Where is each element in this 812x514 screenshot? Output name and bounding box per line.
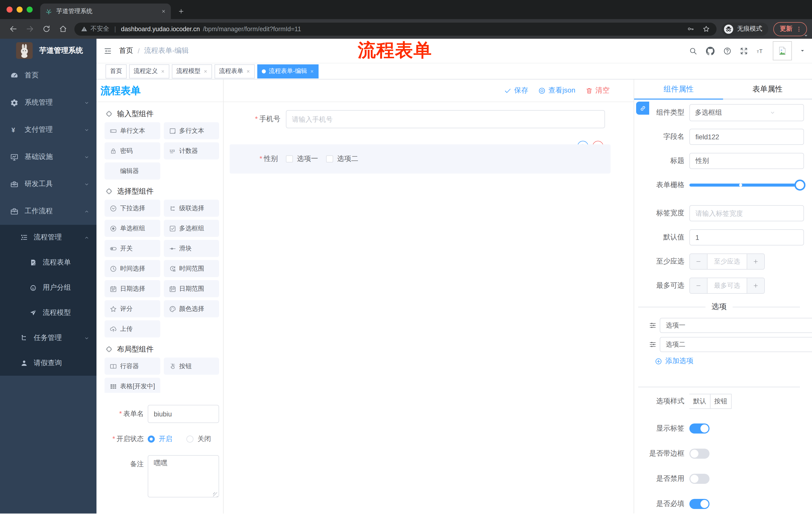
sidebar-menu-item[interactable]: 系统管理 — [0, 89, 96, 116]
form-remark-textarea[interactable] — [148, 455, 219, 497]
sidebar-menu-item[interactable]: 基础设施 — [0, 143, 96, 170]
font-size-icon[interactable]: TT — [756, 47, 765, 55]
sidebar-submenu-item[interactable]: 任务管理 — [0, 325, 96, 351]
gender-option[interactable]: 选项二 — [326, 154, 358, 163]
add-option-button[interactable]: 添加选项 — [655, 356, 804, 366]
password-key-icon[interactable] — [687, 25, 694, 33]
link-tab[interactable] — [636, 102, 649, 115]
sidebar-submenu-item[interactable]: 流程表单 — [0, 250, 96, 275]
canvas-action-button[interactable]: 查看json — [539, 86, 575, 95]
zoom-window-button[interactable] — [27, 6, 33, 12]
component-item[interactable]: 日期选择 — [105, 280, 160, 297]
field-name-input[interactable] — [689, 129, 804, 145]
minus-button[interactable] — [690, 278, 707, 293]
toggle-switch[interactable] — [689, 474, 709, 484]
gender-option[interactable]: 选项一 — [286, 154, 318, 163]
new-tab-button[interactable] — [178, 8, 184, 15]
component-item[interactable]: 时间范围 — [164, 260, 219, 277]
browser-tab[interactable]: 芋道管理系统 — [40, 3, 171, 19]
bookmark-star-icon[interactable] — [702, 25, 710, 33]
minimize-window-button[interactable] — [17, 6, 23, 12]
status-off-radio[interactable] — [186, 436, 194, 442]
sidebar-menu-item[interactable]: 首页 — [0, 62, 96, 89]
sidebar-submenu-item[interactable]: 流程管理 — [0, 225, 96, 250]
component-type-select[interactable]: 多选框组 — [689, 104, 804, 121]
sidebar-submenu-item[interactable]: 用户分组 — [0, 275, 96, 300]
toggle-switch[interactable] — [689, 424, 709, 434]
toggle-switch[interactable] — [689, 499, 709, 509]
status-off-label[interactable]: 关闭 — [198, 430, 211, 448]
checkbox-icon[interactable] — [326, 155, 333, 162]
option-label-input[interactable] — [660, 337, 812, 352]
option-style-button[interactable]: 按钮 — [710, 394, 732, 409]
plus-button[interactable] — [747, 278, 764, 293]
phone-field[interactable]: *手机号 — [224, 110, 605, 128]
component-item[interactable]: 多选框组 — [164, 220, 219, 237]
chrome-caret-down-icon[interactable] — [804, 33, 809, 38]
component-item[interactable]: 单选框组 — [105, 220, 160, 237]
phone-input[interactable] — [286, 110, 605, 128]
collapse-sidebar-icon[interactable] — [104, 47, 112, 55]
tag[interactable]: 流程表单 — [214, 64, 255, 78]
form-grid-slider[interactable] — [689, 184, 801, 187]
component-item[interactable]: 时间选择 — [105, 260, 160, 277]
sidebar-menu-item[interactable]: 研发工具 — [0, 170, 96, 198]
security-label[interactable]: 不安全 — [90, 25, 109, 33]
option-style-button[interactable]: 默认 — [689, 394, 710, 409]
tag-close-icon[interactable] — [310, 69, 314, 73]
form-name-input[interactable] — [148, 405, 219, 423]
component-item[interactable]: 开关 — [105, 240, 160, 257]
properties-tab[interactable]: 组件属性 — [634, 79, 723, 100]
option-label-input[interactable] — [660, 318, 812, 333]
component-item[interactable]: 编辑器 — [105, 162, 160, 180]
forward-icon[interactable] — [26, 25, 34, 33]
home-icon[interactable] — [59, 25, 67, 33]
tag[interactable]: 首页 — [106, 64, 127, 78]
drag-handle-icon[interactable] — [649, 341, 657, 349]
component-item[interactable]: 下拉选择 — [105, 200, 160, 217]
component-item[interactable]: 日期范围 — [164, 280, 219, 297]
status-on-label[interactable]: 开启 — [159, 430, 172, 448]
checkbox-icon[interactable] — [286, 155, 293, 162]
tag[interactable]: 流程表单-编辑 — [257, 64, 319, 78]
minus-button[interactable] — [690, 254, 707, 269]
browser-update-button[interactable]: 更新 — [773, 22, 807, 36]
max-select-placeholder[interactable]: 最多可选 — [707, 278, 747, 293]
component-item[interactable]: 表格[开发中] — [105, 378, 160, 393]
properties-tab[interactable]: 表单属性 — [723, 79, 812, 100]
component-item[interactable]: 密码 — [105, 142, 160, 159]
tag-close-icon[interactable] — [161, 69, 165, 73]
canvas-action-button[interactable]: 清空 — [585, 86, 609, 95]
component-item[interactable]: 级联选择 — [164, 200, 219, 217]
drag-handle-icon[interactable] — [649, 321, 657, 329]
min-select-placeholder[interactable]: 至少应选 — [707, 254, 747, 269]
component-item[interactable]: 123 计数器 — [164, 142, 219, 159]
sidebar-menu-item[interactable]: 工作流程 — [0, 198, 96, 225]
sidebar-submenu-item[interactable]: 请假查询 — [0, 351, 96, 376]
tag-close-icon[interactable] — [203, 69, 207, 73]
component-item[interactable]: 单行文本 — [105, 122, 160, 139]
component-item[interactable]: 评分 — [105, 300, 160, 317]
tag-close-icon[interactable] — [246, 69, 250, 73]
default-value-input[interactable] — [689, 229, 804, 245]
toggle-switch[interactable] — [689, 449, 709, 459]
canvas-action-button[interactable]: 保存 — [504, 86, 528, 95]
avatar-caret-down-icon[interactable] — [800, 48, 805, 53]
label-width-input[interactable] — [689, 205, 804, 221]
search-icon[interactable] — [689, 47, 697, 55]
status-on-radio[interactable] — [148, 436, 155, 442]
reload-icon[interactable] — [42, 25, 51, 33]
tab-close-icon[interactable] — [161, 9, 166, 13]
component-item[interactable]: 上传 — [105, 320, 160, 337]
tag[interactable]: 流程定义 — [129, 64, 169, 78]
github-icon[interactable] — [705, 46, 715, 56]
component-item[interactable]: 按钮 — [164, 358, 219, 375]
title-input[interactable] — [689, 153, 804, 169]
close-window-button[interactable] — [6, 6, 12, 12]
sidebar-menu-item[interactable]: ¥ 支付管理 — [0, 116, 96, 143]
url-bar[interactable]: 不安全 | dashboard.yudao.iocoder.cn/bpm/man… — [75, 22, 717, 35]
gender-field-selected[interactable]: *性别 选项一 — [230, 144, 610, 173]
plus-button[interactable] — [747, 254, 764, 269]
browser-menu-kebab-icon[interactable] — [795, 25, 803, 32]
component-item[interactable]: 行容器 — [105, 358, 160, 375]
